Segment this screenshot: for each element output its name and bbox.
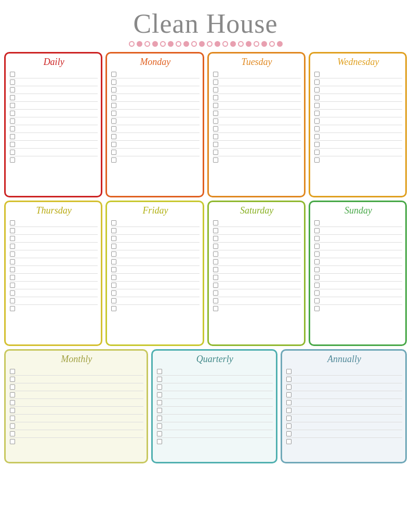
check-item[interactable] xyxy=(157,407,273,415)
check-item[interactable] xyxy=(213,282,301,289)
checkbox[interactable] xyxy=(10,439,15,444)
check-item[interactable] xyxy=(213,71,301,78)
check-item[interactable] xyxy=(213,94,301,102)
checkbox[interactable] xyxy=(157,439,162,444)
checkbox[interactable] xyxy=(10,431,15,436)
checkbox[interactable] xyxy=(213,103,218,108)
check-item[interactable] xyxy=(111,117,199,125)
check-item[interactable] xyxy=(314,266,402,274)
checkbox[interactable] xyxy=(111,251,116,257)
checkbox[interactable] xyxy=(10,244,15,249)
checkbox[interactable] xyxy=(10,79,15,85)
check-item[interactable] xyxy=(314,156,402,164)
checkbox[interactable] xyxy=(314,290,320,296)
check-item[interactable] xyxy=(10,258,98,266)
checkbox[interactable] xyxy=(213,79,218,85)
check-item[interactable] xyxy=(10,430,143,438)
checkbox[interactable] xyxy=(213,111,218,116)
check-item[interactable] xyxy=(286,368,402,376)
check-item[interactable] xyxy=(10,117,98,125)
checkbox[interactable] xyxy=(111,290,116,296)
check-item[interactable] xyxy=(314,149,402,156)
checkbox[interactable] xyxy=(10,157,15,163)
check-item[interactable] xyxy=(10,141,98,149)
check-item[interactable] xyxy=(314,141,402,149)
check-item[interactable] xyxy=(314,227,402,235)
check-item[interactable] xyxy=(10,227,98,235)
checkbox[interactable] xyxy=(213,236,218,241)
check-item[interactable] xyxy=(314,117,402,125)
check-item[interactable] xyxy=(157,438,273,445)
checkbox[interactable] xyxy=(111,150,116,155)
checkbox[interactable] xyxy=(314,111,320,116)
check-item[interactable] xyxy=(157,368,273,376)
checkbox[interactable] xyxy=(10,228,15,233)
check-item[interactable] xyxy=(10,376,143,383)
checkbox[interactable] xyxy=(213,275,218,280)
check-item[interactable] xyxy=(111,78,199,86)
check-item[interactable] xyxy=(10,94,98,102)
check-item[interactable] xyxy=(10,156,98,164)
check-item[interactable] xyxy=(10,305,98,312)
check-item[interactable] xyxy=(10,422,143,430)
checkbox[interactable] xyxy=(314,79,320,85)
check-item[interactable] xyxy=(213,219,301,227)
check-item[interactable] xyxy=(213,289,301,297)
checkbox[interactable] xyxy=(157,416,162,421)
checkbox[interactable] xyxy=(10,87,15,92)
checkbox[interactable] xyxy=(157,431,162,436)
checkbox[interactable] xyxy=(286,384,291,390)
check-item[interactable] xyxy=(157,376,273,383)
checkbox[interactable] xyxy=(157,384,162,390)
checkbox[interactable] xyxy=(213,72,218,77)
checkbox[interactable] xyxy=(213,142,218,147)
checkbox[interactable] xyxy=(286,439,291,444)
checkbox[interactable] xyxy=(286,416,291,421)
checkbox[interactable] xyxy=(213,290,218,296)
checkbox[interactable] xyxy=(10,150,15,155)
checkbox[interactable] xyxy=(286,369,291,374)
checkbox[interactable] xyxy=(314,244,320,249)
check-item[interactable] xyxy=(111,102,199,110)
checkbox[interactable] xyxy=(10,103,15,108)
check-item[interactable] xyxy=(111,219,199,227)
checkbox[interactable] xyxy=(111,283,116,288)
check-item[interactable] xyxy=(10,274,98,282)
check-item[interactable] xyxy=(213,258,301,266)
check-item[interactable] xyxy=(314,133,402,141)
check-item[interactable] xyxy=(10,235,98,243)
checkbox[interactable] xyxy=(213,298,218,303)
check-item[interactable] xyxy=(157,399,273,407)
check-item[interactable] xyxy=(286,407,402,415)
check-item[interactable] xyxy=(10,133,98,141)
checkbox[interactable] xyxy=(213,244,218,249)
check-item[interactable] xyxy=(157,391,273,399)
check-item[interactable] xyxy=(286,422,402,430)
checkbox[interactable] xyxy=(314,298,320,303)
check-item[interactable] xyxy=(286,438,402,445)
check-item[interactable] xyxy=(213,110,301,117)
check-item[interactable] xyxy=(10,219,98,227)
checkbox[interactable] xyxy=(314,283,320,288)
checkbox[interactable] xyxy=(10,118,15,124)
checkbox[interactable] xyxy=(314,142,320,147)
check-item[interactable] xyxy=(111,282,199,289)
check-item[interactable] xyxy=(10,243,98,250)
checkbox[interactable] xyxy=(111,87,116,92)
checkbox[interactable] xyxy=(286,431,291,436)
check-item[interactable] xyxy=(111,94,199,102)
checkbox[interactable] xyxy=(314,126,320,131)
checkbox[interactable] xyxy=(10,423,15,429)
check-item[interactable] xyxy=(111,250,199,258)
check-item[interactable] xyxy=(213,102,301,110)
checkbox[interactable] xyxy=(314,251,320,257)
checkbox[interactable] xyxy=(213,267,218,272)
check-item[interactable] xyxy=(111,297,199,305)
checkbox[interactable] xyxy=(10,384,15,390)
checkbox[interactable] xyxy=(213,95,218,100)
check-item[interactable] xyxy=(213,149,301,156)
check-item[interactable] xyxy=(314,282,402,289)
checkbox[interactable] xyxy=(111,228,116,233)
check-item[interactable] xyxy=(111,149,199,156)
checkbox[interactable] xyxy=(10,298,15,303)
